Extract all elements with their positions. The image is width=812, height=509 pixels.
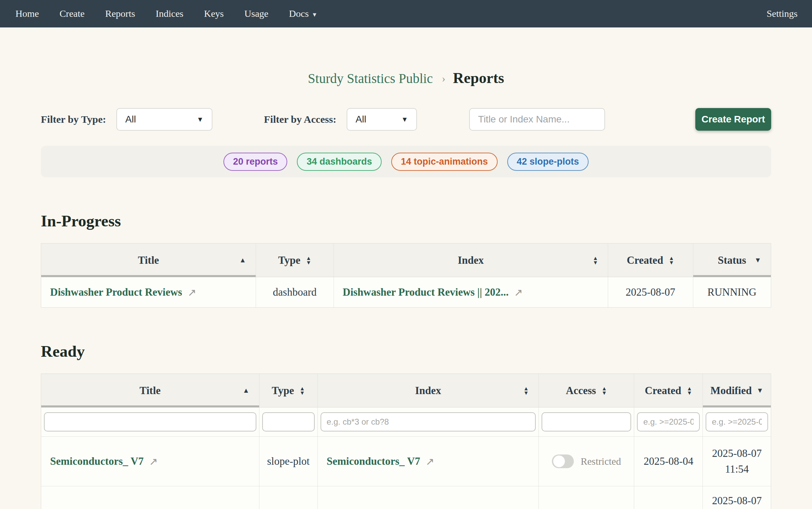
ready-header-row: Title ▲ Type ▲▼ Index ▲▼ Access ▲▼ Creat… (41, 374, 771, 407)
external-link-icon[interactable]: ↗ (188, 286, 196, 298)
modified-filter-cell (703, 407, 771, 436)
sort-asc-icon: ▲ (239, 256, 246, 264)
column-title-label: Title (138, 254, 159, 267)
sort-both-icon: ▲▼ (602, 386, 607, 395)
sort-both-icon: ▲▼ (669, 256, 674, 265)
in-progress-heading: In-Progress (41, 212, 771, 230)
access-toggle[interactable] (552, 454, 574, 468)
created-cell (634, 486, 703, 509)
index-link[interactable]: Semiconductors_ V7 (327, 455, 420, 467)
sort-both-icon: ▲▼ (523, 386, 529, 395)
type-cell (259, 486, 318, 509)
column-header-index[interactable]: Index ▲▼ (334, 244, 608, 277)
nav-item-settings[interactable]: Settings (767, 8, 798, 19)
column-header-type[interactable]: Type ▲▼ (259, 374, 318, 407)
external-link-icon[interactable]: ↗ (514, 286, 523, 298)
column-access-label: Access (566, 384, 596, 397)
external-link-icon[interactable]: ↗ (149, 455, 158, 467)
column-type-label: Type (278, 254, 300, 267)
column-created-label: Created (627, 254, 663, 267)
status-cell: RUNNING (693, 277, 771, 307)
table-row: Dishwasher Product Reviews ↗ dashboard D… (41, 277, 771, 307)
filter-access-select[interactable]: All ▼ (347, 108, 417, 131)
title-cell (41, 486, 259, 509)
column-header-title[interactable]: Title ▲ (41, 374, 259, 407)
column-header-access[interactable]: Access ▲▼ (539, 374, 635, 407)
column-header-index[interactable]: Index ▲▼ (318, 374, 539, 407)
index-filter-input[interactable] (321, 412, 536, 431)
reports-count-badge[interactable]: 20 reports (223, 153, 288, 171)
type-filter-input[interactable] (262, 412, 315, 431)
ready-heading: Ready (41, 342, 771, 360)
access-filter-cell (539, 407, 635, 436)
report-title-link[interactable]: Dishwasher Product Reviews (50, 286, 182, 298)
nav-items: Home Create Reports Indices Keys Usage D… (15, 8, 316, 19)
modified-cell: 2025-08-07 (703, 486, 771, 509)
toggle-knob (553, 455, 565, 467)
nav-item-keys[interactable]: Keys (204, 8, 224, 19)
dashboards-count-badge[interactable]: 34 dashboards (297, 153, 382, 171)
breadcrumb-parent-link[interactable]: Sturdy Statistics Public (308, 71, 433, 86)
index-filter-cell (318, 407, 539, 436)
column-header-title[interactable]: Title ▲ (41, 244, 256, 277)
type-cell: slope-plot (259, 437, 318, 486)
caret-down-icon: ▼ (401, 116, 408, 123)
index-link[interactable]: Dishwasher Product Reviews || 202... (343, 286, 509, 298)
modified-filter-input[interactable] (706, 412, 768, 431)
column-header-status[interactable]: Status ▼ (693, 244, 771, 277)
breadcrumb-separator-icon: › (442, 72, 445, 84)
access-filter-input[interactable] (542, 412, 631, 431)
slope-plots-count-badge[interactable]: 42 slope-plots (507, 153, 589, 171)
sort-both-icon: ▲▼ (300, 386, 305, 395)
caret-down-icon: ▼ (197, 116, 204, 123)
title-filter-input[interactable] (44, 412, 256, 431)
in-progress-table: Title ▲ Type ▲▼ Index ▲▼ Created ▲▼ Stat… (41, 243, 771, 308)
nav-item-docs[interactable]: Docs▾ (289, 8, 316, 19)
sort-both-icon: ▲▼ (593, 256, 598, 265)
created-filter-input[interactable] (637, 412, 700, 431)
nav-docs-label: Docs (289, 8, 309, 19)
nav-item-reports[interactable]: Reports (105, 8, 135, 19)
column-type-label: Type (272, 384, 294, 397)
modified-time: 11:54 (725, 461, 749, 477)
column-index-label: Index (415, 384, 441, 397)
column-header-created[interactable]: Created ▲▼ (608, 244, 693, 277)
filter-access-label: Filter by Access: (264, 114, 336, 125)
page-title: Reports (453, 70, 504, 86)
chevron-down-icon: ▾ (313, 10, 316, 19)
created-filter-cell (634, 407, 703, 436)
filter-type-value: All (125, 114, 136, 125)
table-row-partial: 2025-08-07 (41, 486, 771, 509)
column-header-modified[interactable]: Modified ▼ (703, 374, 771, 407)
create-report-button[interactable]: Create Report (695, 108, 771, 131)
title-cell: Semiconductors_ V7 ↗ (41, 437, 259, 486)
filter-type-label: Filter by Type: (41, 114, 106, 125)
modified-cell: 2025-08-07 11:54 (703, 437, 771, 486)
type-filter-cell (259, 407, 318, 436)
nav-item-indices[interactable]: Indices (156, 8, 184, 19)
access-cell (539, 486, 635, 509)
column-header-type[interactable]: Type ▲▼ (256, 244, 334, 277)
nav-item-home[interactable]: Home (15, 8, 39, 19)
search-input[interactable] (469, 108, 605, 131)
report-title-link[interactable]: Semiconductors_ V7 (50, 455, 143, 467)
ready-filter-row (41, 407, 771, 437)
nav-item-usage[interactable]: Usage (244, 8, 268, 19)
index-cell: Semiconductors_ V7 ↗ (318, 437, 539, 486)
sort-desc-icon: ▼ (754, 256, 761, 264)
sort-both-icon: ▲▼ (306, 256, 311, 265)
filter-type-select[interactable]: All ▼ (116, 108, 212, 131)
title-cell: Dishwasher Product Reviews ↗ (41, 277, 256, 307)
topic-animations-count-badge[interactable]: 14 topic-animations (391, 153, 498, 171)
sort-desc-icon: ▼ (757, 387, 764, 394)
column-header-created[interactable]: Created ▲▼ (634, 374, 703, 407)
column-index-label: Index (458, 254, 484, 267)
created-cell: 2025-08-07 (608, 277, 693, 307)
ready-table: Title ▲ Type ▲▼ Index ▲▼ Access ▲▼ Creat… (41, 374, 771, 509)
index-cell: Dishwasher Product Reviews || 202... ↗ (334, 277, 608, 307)
access-cell: Restricted (539, 437, 635, 486)
nav-item-create[interactable]: Create (59, 8, 84, 19)
external-link-icon[interactable]: ↗ (426, 455, 434, 467)
column-created-label: Created (645, 384, 681, 397)
access-state-label: Restricted (581, 456, 621, 467)
